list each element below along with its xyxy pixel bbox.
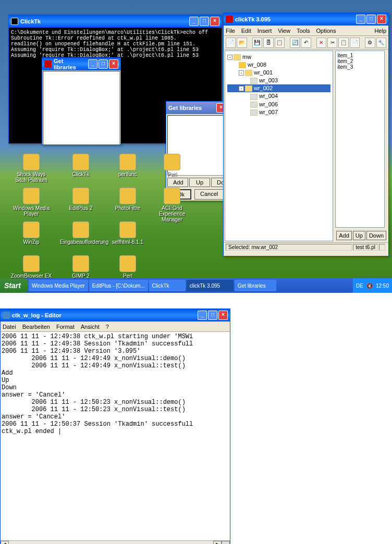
close-button[interactable]: × [377,15,386,24]
maximize-button[interactable]: □ [99,59,108,69]
cancel-button[interactable]: Cancel [194,189,224,200]
tree-node[interactable]: wr_001 [254,69,273,76]
console-titlebar[interactable]: ClickTk _ □ × [9,15,222,28]
desktop-icon[interactable]: GIMP 2 [60,255,102,279]
tree-node[interactable]: wr_008 [248,61,266,68]
menu-bearbeiten[interactable]: Bearbeiten [22,324,50,330]
maximize-button[interactable]: □ [200,17,209,26]
new-icon[interactable]: 📄 [226,38,236,48]
maximize-button[interactable]: □ [208,311,217,320]
doc-icon[interactable]: 📋 [275,38,285,48]
icon-label: ClickTk [60,171,102,177]
task-button[interactable]: ClickTk [149,280,186,291]
clicktk-titlebar[interactable]: clickTk 3.095 _ □ × [224,13,388,26]
list-item[interactable]: item_1 [337,53,383,58]
widget-tree[interactable]: -mw wr_008 -wr_001 wr_003 -wr_002 wr_004… [225,51,333,241]
desktop-icon[interactable]: Shock Ways Sitch Platnum [10,154,52,183]
maximize-button[interactable]: □ [366,15,376,24]
menu-tools[interactable]: Tools [297,28,310,34]
side-list[interactable]: item_1 item_2 item_3 [335,51,385,228]
menu-format[interactable]: Format [56,324,75,330]
icon-label: Eingabeaufforderung [60,239,102,245]
tool2-icon[interactable]: 🔧 [376,38,386,48]
system-tray[interactable]: DE 🔇 12:50 [353,278,392,293]
getlib1-titlebar[interactable]: Get libraries _ □ × [42,58,120,70]
save-icon[interactable]: 💾 [252,38,262,48]
close-button[interactable]: × [218,311,228,320]
editor-text[interactable]: 2006 11 11 - 12:49:38 ctk_w.pl starting … [1,332,230,540]
up-button[interactable]: Up [353,231,365,240]
task-button[interactable]: clickTk 3.095 [187,280,234,291]
desktop-icon[interactable]: perlfunc [107,154,149,177]
desktop-icon[interactable]: PhotoFiltre [107,188,149,211]
getlib1-list[interactable] [43,71,120,145]
menu-help[interactable]: Help [374,28,386,34]
tree-node[interactable]: wr_004 [259,93,278,99]
refresh-icon[interactable]: 🔄 [290,38,300,48]
minimize-button[interactable]: _ [189,17,199,26]
add-button[interactable]: Add [167,178,188,187]
list-item[interactable]: item_3 [337,64,383,70]
menu-insert[interactable]: Insert [258,28,272,34]
tool-icon[interactable]: ⚙ [365,38,375,48]
desktop-icon[interactable]: selfhtml-8.1.1 [107,221,149,245]
status-selected: Selected: mw.wr_002 [226,244,352,251]
expand-icon[interactable]: - [239,86,244,91]
tree-node[interactable]: wr_003 [259,77,278,83]
desktop-icon[interactable]: ZoomBrowser EX [10,255,52,279]
minimize-button[interactable]: _ [198,311,207,320]
tray-icon[interactable]: 🔇 [366,283,373,289]
menu-file[interactable]: File [226,28,235,34]
tree-node[interactable]: mw [242,54,251,60]
clock: 12:50 [376,283,389,289]
list-item[interactable]: item_2 [337,58,383,64]
desktop-icon[interactable]: EditPlus 2 [60,188,102,211]
delete-icon[interactable]: ✕ [316,38,326,48]
menu-edit[interactable]: Edit [241,28,251,34]
tree-node[interactable]: wr_006 [259,101,278,107]
desktop-icon[interactable]: Eingabeaufforderung [60,221,102,245]
menu-datei[interactable]: Datei [3,324,16,330]
scroll-track[interactable] [9,541,213,544]
menu-ansicht[interactable]: Ansicht [81,324,100,330]
resize-grip[interactable] [379,244,385,251]
expand-icon[interactable]: - [227,55,232,60]
desktop-icon[interactable]: ACEGrid Experience Manager [151,188,193,222]
paste-icon[interactable]: 📄 [350,38,360,48]
undo-icon[interactable]: ↶ [301,38,311,48]
close-button[interactable]: × [109,59,118,69]
copy-icon[interactable]: 📋 [338,38,348,48]
app-icon [11,18,18,25]
down-button[interactable]: Down [366,231,386,240]
task-button[interactable]: Windows Media Player [29,280,88,291]
hscrollbar[interactable]: ◄ ► [1,540,230,544]
tree-node-selected[interactable]: wr_002 [254,85,273,91]
lang-indicator[interactable]: DE [356,283,363,289]
minimize-button[interactable]: _ [88,59,97,69]
open-icon[interactable]: 📂 [237,38,247,48]
menu-options[interactable]: Options [316,28,336,34]
scroll-right-icon[interactable]: ► [213,541,222,544]
minimize-button[interactable]: _ [356,15,365,24]
start-button[interactable]: Start [0,278,28,293]
app-icon [119,154,136,170]
desktop-icon[interactable]: WinZip [10,221,52,245]
resize-grip[interactable] [222,541,230,544]
desktop-icon[interactable]: Perl [151,154,193,177]
task-button[interactable]: EditPlus - [C:\Dokum... [89,280,148,291]
cut-icon[interactable]: ✂ [327,38,337,48]
saveall-icon[interactable]: 🗄 [263,38,273,48]
expand-icon[interactable]: - [239,70,244,76]
desktop-icon[interactable]: Windows Media Player [10,188,52,217]
editor-titlebar[interactable]: ctk_w_log - Editor _ □ × [1,309,230,322]
add-button[interactable]: Add [336,231,352,240]
menu-help[interactable]: ? [106,324,109,330]
tree-node[interactable]: wr_007 [259,109,278,115]
getlib2-titlebar[interactable]: Get libraries × [166,102,228,114]
close-button[interactable]: × [210,17,219,26]
up-button[interactable]: Up [189,178,210,187]
scroll-left-icon[interactable]: ◄ [1,541,9,544]
desktop-icon[interactable]: ClickTk [60,154,102,177]
menu-view[interactable]: View [278,28,290,34]
task-button[interactable]: Get libraries [235,280,276,291]
